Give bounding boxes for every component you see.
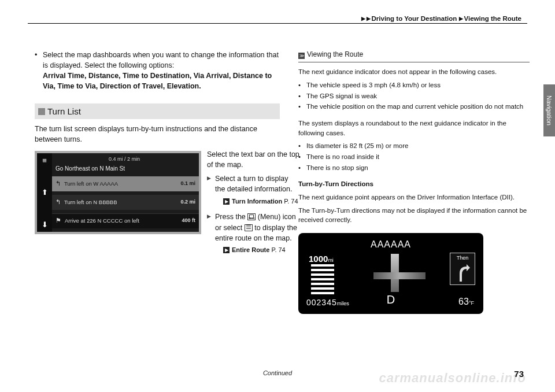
turn-info-ref: ▶Turn Information P. 74: [207, 197, 299, 206]
dii-distance: 1000mi: [309, 253, 334, 265]
curve-right-icon: [454, 263, 471, 283]
mid-column: Select the text bar on the top of the ma…: [207, 149, 299, 261]
breadcrumb-arrow-icon: ▶: [361, 15, 365, 23]
right-bullet: The vehicle speed is 3 mph (4.8 km/h) or…: [298, 80, 530, 90]
side-tab-navigation: Navigation: [543, 84, 555, 136]
nav-row-1: ↰ Turn left on W AAAAA 0.1 mi: [52, 176, 199, 191]
entire-route-ref: ▶Entire Route P. 74: [207, 246, 299, 255]
dii-road-name: AAAAAA: [298, 238, 483, 251]
breadcrumb-section: Driving to Your Destination: [372, 15, 457, 22]
turn-left-icon: ↰: [56, 198, 61, 207]
section-marker-icon: [38, 108, 45, 115]
turn-left-icon: ↰: [56, 179, 61, 188]
breadcrumb-arrow-icon: ▶: [367, 15, 371, 23]
dii-progress-bars-icon: [311, 264, 334, 294]
dii-odometer: 002345miles: [306, 297, 349, 308]
right-bullet: There is no stop sign: [298, 163, 530, 173]
subheading-tbt: Turn-by-Turn Directions: [298, 179, 530, 189]
dii-intersection-icon: [368, 250, 431, 297]
ref-label: Entire Route: [232, 246, 269, 253]
right-heading-text: Viewing the Route: [307, 50, 363, 58]
nav-row-3: ⚑ Arrive at 226 N CCCCC on left 400 ft: [52, 213, 199, 228]
nav-row-2: ↰ Turn left on N BBBBB 0.2 mi: [52, 195, 199, 210]
section-title: Turn List: [47, 106, 81, 116]
destination-flag-icon: ⚑: [56, 216, 61, 225]
right-p4: The Turn-by-Turn directions may not be d…: [298, 206, 530, 225]
dii-temperature: 63°F: [458, 295, 474, 308]
right-p3: The next guidance point appears on the D…: [298, 193, 530, 202]
breadcrumb-page: Viewing the Route: [464, 15, 521, 22]
ref-page: P. 74: [271, 246, 285, 253]
nav-row-distance: 400 ft: [182, 217, 195, 224]
nav-row-text: Turn left on N BBBBB: [64, 198, 117, 206]
nav-left-controls: ≡ ⬆ ⬇: [37, 153, 52, 232]
hamburger-icon: ≡: [42, 157, 47, 164]
right-bullet: The GPS signal is weak: [298, 91, 530, 101]
dii-then-box: Then: [450, 253, 475, 285]
nav-row-distance: 0.2 mi: [180, 198, 195, 206]
dii-then-label: Then: [457, 255, 469, 261]
header-rule: [28, 23, 527, 24]
list-icon: [245, 224, 253, 231]
bullet-options: Arrival Time, Distance, Time to Destinat…: [43, 72, 272, 90]
right-bullet: Its diameter is 82 ft (25 m) or more: [298, 141, 530, 151]
mid-p1: Select the text bar on the top of the ma…: [207, 149, 299, 170]
nav-top-bar: 0.4 mi / 2 min: [53, 156, 195, 163]
right-p1: The next guidance indicator does not app…: [298, 67, 530, 77]
ref-page: P. 74: [284, 198, 298, 205]
breadcrumb-arrow-icon: ▶: [459, 15, 463, 23]
dii-gear: D: [387, 291, 395, 308]
right-bullet: The vehicle position on the map and curr…: [298, 102, 530, 112]
ref-label: Turn Information: [232, 198, 282, 205]
mid-sub2: Press the (Menu) icon or select to displ…: [207, 212, 299, 243]
turn-list-description: The turn list screen displays turn-by-tu…: [35, 124, 280, 145]
dii-screenshot: AAAAAA 1000mi Then 002345miles D 63°F: [298, 233, 483, 314]
section-heading-turn-list: Turn List: [35, 103, 280, 120]
right-heading: ≫Viewing the Route: [298, 50, 530, 62]
nav-row-text: Arrive at 226 N CCCCC on left: [65, 217, 139, 225]
right-p2: The system displays a roundabout to the …: [298, 119, 530, 138]
info-marker-icon: ≫: [298, 53, 305, 59]
ref-icon: ▶: [223, 198, 230, 205]
sub2-a: Press the: [215, 213, 247, 221]
up-arrow-icon: ⬆: [42, 188, 48, 196]
footer-continued: Continued: [263, 369, 292, 378]
ref-icon: ▶: [223, 247, 230, 253]
mid-sub1: Select a turn to display the detailed in…: [207, 173, 299, 194]
turn-list-screenshot: ≡ ⬆ ⬇ 0.4 mi / 2 min Go Northeast on N M…: [35, 151, 201, 234]
right-column: ≫Viewing the Route The next guidance ind…: [298, 50, 530, 314]
watermark: carmanualsonline.info: [379, 369, 527, 387]
breadcrumb: ▶▶Driving to Your Destination ▶Viewing t…: [361, 14, 521, 24]
nav-row-text: Turn left on W AAAAA: [64, 180, 118, 188]
right-bullet: There is no road inside it: [298, 152, 530, 162]
menu-icon: [247, 213, 256, 220]
down-arrow-icon: ⬇: [42, 221, 48, 228]
nav-subtitle: Go Northeast on N Main St: [56, 165, 125, 173]
bullet-text: Select the map dashboards when you want …: [43, 51, 279, 69]
map-dashboard-bullet: Select the map dashboards when you want …: [35, 50, 280, 92]
nav-row-distance: 0.1 mi: [180, 180, 195, 187]
